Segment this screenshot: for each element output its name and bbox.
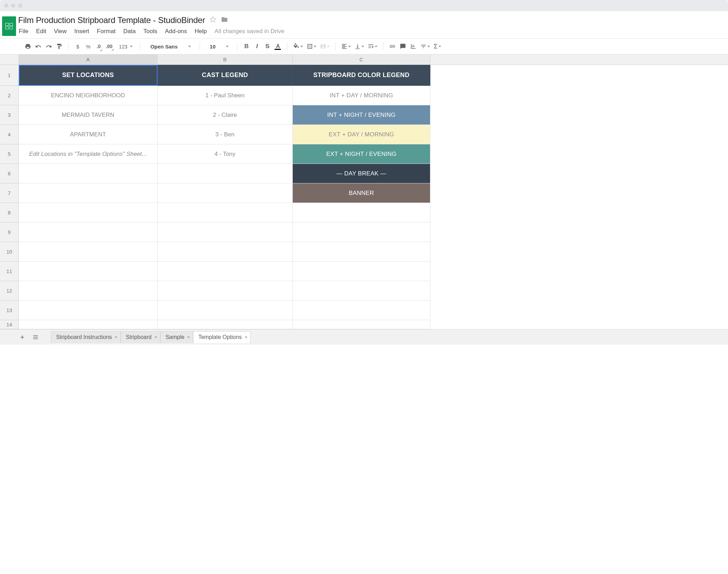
align-h-button[interactable]	[340, 41, 352, 51]
cell-c13[interactable]	[293, 301, 430, 320]
undo-icon[interactable]	[34, 41, 43, 51]
cell-b13[interactable]	[158, 301, 293, 320]
cell-c8[interactable]	[293, 203, 430, 222]
cell-c12[interactable]	[293, 281, 430, 301]
row-header[interactable]: 4	[0, 125, 19, 144]
menu-help[interactable]: Help	[195, 28, 207, 35]
menu-format[interactable]: Format	[97, 28, 116, 35]
redo-icon[interactable]	[45, 41, 53, 51]
sheet-tab[interactable]: Stripboard	[121, 331, 160, 343]
row-header[interactable]: 8	[0, 203, 19, 222]
fill-color-button[interactable]	[292, 41, 304, 51]
paint-format-icon[interactable]	[55, 41, 63, 51]
spreadsheet-grid[interactable]: A B C 1SET LOCATIONSCAST LEGENDSTRIPBOAR…	[0, 54, 728, 329]
row-header[interactable]: 13	[0, 301, 19, 320]
format-currency[interactable]: $	[74, 41, 82, 51]
insert-comment-icon[interactable]	[399, 41, 407, 51]
window-max-dot[interactable]	[18, 3, 22, 8]
cell-b11[interactable]	[158, 262, 293, 281]
menu-tools[interactable]: Tools	[144, 28, 158, 35]
row-header[interactable]: 11	[0, 262, 19, 281]
cell-a13[interactable]	[19, 301, 158, 320]
cell-b12[interactable]	[158, 281, 293, 301]
cell-a6[interactable]	[19, 164, 158, 183]
add-sheet-button[interactable]	[17, 332, 27, 342]
cell-a3[interactable]: MERMAID TAVERN	[19, 105, 158, 125]
cell-b2[interactable]: 1 - Paul Sheen	[158, 86, 293, 105]
cell-b4[interactable]: 3 - Ben	[158, 125, 293, 144]
row-header[interactable]: 7	[0, 183, 19, 203]
increase-decimal[interactable]: .00 ↗	[105, 41, 113, 51]
insert-chart-icon[interactable]	[409, 41, 417, 51]
menu-view[interactable]: View	[54, 28, 67, 35]
row-header[interactable]: 9	[0, 222, 19, 242]
row-header[interactable]: 3	[0, 105, 19, 125]
col-header-a[interactable]: A	[19, 54, 158, 65]
cell-c14[interactable]	[293, 320, 430, 329]
chevron-down-icon[interactable]	[154, 337, 157, 338]
text-wrap-button[interactable]	[367, 41, 378, 51]
cell-b9[interactable]	[158, 222, 293, 242]
cell-c4[interactable]: EXT + DAY / MORNING	[293, 125, 430, 144]
menu-insert[interactable]: Insert	[74, 28, 89, 35]
cell-a11[interactable]	[19, 262, 158, 281]
functions-button[interactable]: Σ	[433, 41, 442, 51]
chevron-down-icon[interactable]	[187, 337, 190, 338]
italic-button[interactable]: I	[253, 41, 261, 51]
menu-file[interactable]: File	[19, 28, 28, 35]
cell-b3[interactable]: 2 - Claire	[158, 105, 293, 125]
doc-title[interactable]: Film Production Stripboard Template - St…	[18, 15, 205, 25]
cell-a14[interactable]	[19, 320, 158, 329]
menu-edit[interactable]: Edit	[36, 28, 46, 35]
cell-a8[interactable]	[19, 203, 158, 222]
row-header[interactable]: 1	[0, 65, 19, 86]
cell-b7[interactable]	[158, 183, 293, 203]
cell-a10[interactable]	[19, 242, 158, 262]
sheet-tab[interactable]: Sample	[160, 331, 193, 343]
sheet-tab[interactable]: Stripboard Instructions	[51, 331, 121, 343]
row-header[interactable]: 5	[0, 144, 19, 164]
bold-button[interactable]: B	[242, 41, 251, 51]
sheet-tab[interactable]: Template Options	[193, 331, 251, 343]
strikethrough-button[interactable]: S	[263, 41, 271, 51]
filter-icon[interactable]	[420, 41, 431, 51]
cell-b1[interactable]: CAST LEGEND	[158, 65, 293, 86]
font-size-dropdown[interactable]: 10	[205, 43, 232, 50]
row-header[interactable]: 6	[0, 164, 19, 183]
col-header-c[interactable]: C	[293, 54, 430, 65]
cell-c1[interactable]: STRIPBOARD COLOR LEGEND	[293, 65, 430, 86]
align-v-button[interactable]	[354, 41, 365, 51]
cell-b5[interactable]: 4 - Tony	[158, 144, 293, 164]
folder-icon[interactable]	[221, 16, 228, 24]
decrease-decimal[interactable]: .0 ↙	[94, 41, 103, 51]
row-header[interactable]: 10	[0, 242, 19, 262]
menu-addons[interactable]: Add-ons	[165, 28, 187, 35]
cell-a4[interactable]: APARTMENT	[19, 125, 158, 144]
window-min-dot[interactable]	[11, 3, 15, 8]
cell-a9[interactable]	[19, 222, 158, 242]
cell-c7[interactable]: BANNER	[293, 183, 430, 203]
cell-a2[interactable]: ENCINO NEIGHBORHOOD	[19, 86, 158, 105]
cell-c10[interactable]	[293, 242, 430, 262]
sheets-logo[interactable]	[0, 14, 18, 38]
font-family-dropdown[interactable]: Open Sans	[145, 43, 194, 51]
row-header[interactable]: 14	[0, 320, 19, 329]
number-format-dropdown[interactable]: 123	[115, 44, 135, 50]
cell-a7[interactable]	[19, 183, 158, 203]
insert-link-icon[interactable]	[388, 41, 397, 51]
cell-a5[interactable]: Edit Locations in "Template Options" She…	[19, 144, 158, 164]
cell-c2[interactable]: INT + DAY / MORNING	[293, 86, 430, 105]
print-icon[interactable]	[24, 41, 32, 51]
star-icon[interactable]	[209, 16, 216, 24]
cell-c5[interactable]: EXT + NIGHT / EVENING	[293, 144, 430, 164]
format-percent[interactable]: %	[84, 41, 92, 51]
cell-b8[interactable]	[158, 203, 293, 222]
cell-b10[interactable]	[158, 242, 293, 262]
chevron-down-icon[interactable]	[115, 337, 117, 338]
borders-button[interactable]	[306, 41, 317, 51]
all-sheets-button[interactable]	[31, 332, 40, 342]
menu-data[interactable]: Data	[123, 28, 136, 35]
cell-b6[interactable]	[158, 164, 293, 183]
cell-a12[interactable]	[19, 281, 158, 301]
col-header-b[interactable]: B	[158, 54, 293, 65]
